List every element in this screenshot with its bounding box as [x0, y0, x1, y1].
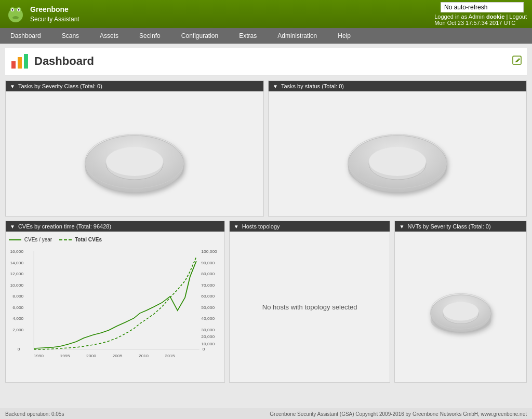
legend-solid-label: CVEs / year — [24, 237, 52, 242]
panel-hosts-topology-header: ▼ Hosts topology — [230, 221, 390, 232]
nav-help[interactable]: Help — [327, 28, 361, 44]
svg-text:10,000: 10,000 — [10, 283, 23, 288]
svg-point-54 — [443, 302, 478, 321]
svg-text:6,000: 6,000 — [12, 306, 23, 310]
cve-line-chart: 16,000 14,000 12,000 10,000 8,000 6,000 … — [9, 246, 221, 365]
total-cves-line — [34, 257, 196, 349]
legend-dashed-label: Total CVEs — [75, 237, 102, 242]
page-title-bar: Dashboard — [5, 48, 527, 75]
legend-solid-item: CVEs / year — [9, 237, 52, 242]
svg-rect-8 — [11, 61, 16, 69]
dashboard-top-row: ▼ Tasks by Severity Class (Total: 0) — [5, 80, 527, 217]
panel-tasks-severity-header: ▼ Tasks by Severity Class (Total: 0) — [6, 81, 263, 91]
svg-text:2010: 2010 — [139, 354, 149, 358]
svg-text:2,000: 2,000 — [12, 328, 23, 332]
dashboard-icon — [10, 52, 29, 71]
panel-cves-title: CVEs by creation time (Total: 96428) — [18, 223, 111, 229]
svg-text:50,000: 50,000 — [201, 306, 215, 310]
svg-point-7 — [12, 16, 19, 19]
datetime: Mon Oct 23 17:57:34 2017 UTC — [434, 20, 515, 26]
svg-text:80,000: 80,000 — [201, 272, 215, 276]
svg-rect-10 — [24, 54, 28, 69]
page-title: Dashboard — [34, 55, 94, 68]
panel-hosts-topology: ▼ Hosts topology No hosts with topology … — [229, 221, 391, 383]
dashboard-bottom-row: ▼ CVEs by creation time (Total: 96428) C… — [5, 221, 527, 383]
svg-text:2000: 2000 — [86, 354, 96, 358]
svg-text:70,000: 70,000 — [201, 283, 215, 288]
nav-dashboard[interactable]: Dashboard — [0, 28, 51, 44]
svg-text:14,000: 14,000 — [10, 261, 23, 265]
edit-dashboard-icon[interactable] — [512, 56, 522, 67]
nav-assets[interactable]: Assets — [89, 28, 129, 44]
svg-text:1995: 1995 — [60, 354, 70, 358]
svg-text:2015: 2015 — [165, 354, 175, 358]
svg-point-16 — [106, 147, 163, 176]
nav-secinfo[interactable]: SecInfo — [129, 28, 171, 44]
nav-extras[interactable]: Extras — [229, 28, 267, 44]
panel-nvts-severity-title: NVTs by Severity Class (Total: 0) — [407, 223, 490, 229]
svg-text:12,000: 12,000 — [10, 272, 23, 276]
panel-tasks-severity-body — [6, 91, 263, 216]
svg-text:20,000: 20,000 — [201, 335, 215, 339]
panel-tasks-status-header: ▼ Tasks by status (Total: 0) — [269, 81, 526, 91]
refresh-select-wrap: No auto-refresh30 seconds1 minute5 minut… — [441, 2, 527, 12]
svg-text:2005: 2005 — [113, 354, 123, 358]
header-right: No auto-refresh30 seconds1 minute5 minut… — [434, 2, 527, 26]
no-hosts-message: No hosts with topology selected — [262, 303, 357, 311]
cves-per-year-line — [34, 261, 196, 348]
svg-text:40,000: 40,000 — [201, 317, 215, 321]
panel-tasks-severity-title: Tasks by Severity Class (Total: 0) — [18, 83, 102, 89]
refresh-select[interactable]: No auto-refresh30 seconds1 minute5 minut… — [441, 2, 524, 12]
svg-text:4,000: 4,000 — [12, 317, 23, 321]
svg-text:0: 0 — [18, 347, 20, 352]
svg-text:100,000: 100,000 — [201, 250, 217, 254]
panel-cves: ▼ CVEs by creation time (Total: 96428) C… — [5, 221, 225, 383]
svg-point-21 — [369, 147, 426, 176]
donut-severity-chart — [77, 112, 192, 195]
svg-point-5 — [12, 9, 14, 11]
svg-text:16,000: 16,000 — [10, 250, 23, 254]
donut-status-chart — [340, 112, 455, 195]
panel-nvts-severity: ▼ NVTs by Severity Class (Total: 0) — [394, 221, 527, 383]
logo-area: Greenbone Security Assistant — [5, 4, 79, 24]
collapse-arrow-topology[interactable]: ▼ — [234, 224, 239, 229]
svg-text:0: 0 — [203, 347, 205, 352]
collapse-arrow-cves[interactable]: ▼ — [10, 224, 15, 229]
panel-tasks-status-title: Tasks by status (Total: 0) — [281, 83, 344, 89]
panel-tasks-severity: ▼ Tasks by Severity Class (Total: 0) — [5, 80, 264, 217]
panel-hosts-topology-title: Hosts topology — [242, 223, 280, 229]
donut-nvts-chart — [422, 276, 500, 338]
svg-text:10,000: 10,000 — [201, 342, 215, 346]
legend-dashed-line — [59, 239, 72, 240]
svg-text:1990: 1990 — [34, 354, 44, 358]
svg-rect-9 — [18, 57, 22, 69]
logout-link[interactable]: Logout — [509, 13, 527, 20]
logo-text: Greenbone Security Assistant — [30, 5, 79, 24]
panel-cves-header: ▼ CVEs by creation time (Total: 96428) — [6, 221, 224, 232]
panel-tasks-status-body — [269, 91, 526, 216]
panel-nvts-severity-header: ▼ NVTs by Severity Class (Total: 0) — [395, 221, 526, 232]
main-content: Dashboard ▼ Tasks by Severity Class (Tot… — [0, 44, 532, 387]
chart-legend: CVEs / year Total CVEs — [9, 237, 221, 242]
svg-text:90,000: 90,000 — [201, 261, 215, 265]
svg-point-6 — [18, 9, 20, 11]
legend-dashed-item: Total CVEs — [59, 237, 102, 242]
nav-configuration[interactable]: Configuration — [171, 28, 229, 44]
nav-scans[interactable]: Scans — [51, 28, 89, 44]
username: dookie — [486, 13, 504, 20]
collapse-arrow[interactable]: ▼ — [10, 84, 15, 89]
greenbone-logo — [5, 4, 26, 24]
panel-cves-body: CVEs / year Total CVEs 16,000 14,000 12,… — [6, 232, 224, 382]
nav-administration[interactable]: Administration — [267, 28, 327, 44]
user-info: Logged in as Admin dookie | Logout Mon O… — [434, 13, 527, 26]
panel-nvts-severity-body — [395, 232, 526, 382]
navbar: Dashboard Scans Assets SecInfo Configura… — [0, 28, 532, 44]
collapse-arrow-nvts[interactable]: ▼ — [399, 224, 404, 229]
panel-tasks-status: ▼ Tasks by status (Total: 0) — [268, 80, 527, 217]
svg-text:60,000: 60,000 — [201, 294, 215, 299]
svg-text:30,000: 30,000 — [201, 328, 215, 332]
header: Greenbone Security Assistant No auto-ref… — [0, 0, 532, 28]
collapse-arrow-status[interactable]: ▼ — [273, 84, 278, 89]
svg-text:8,000: 8,000 — [12, 294, 23, 299]
panel-hosts-topology-body: No hosts with topology selected — [230, 232, 390, 382]
